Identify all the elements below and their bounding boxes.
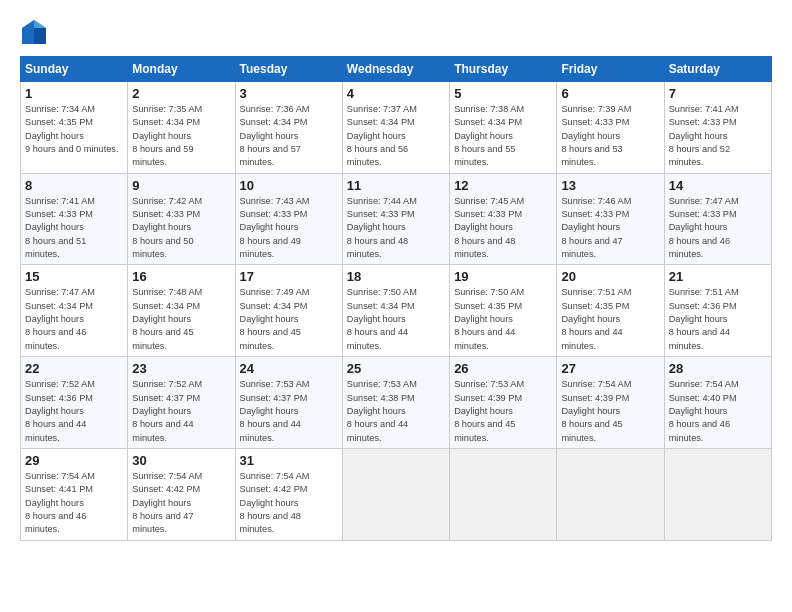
day-number: 8 (25, 178, 123, 193)
day-number: 30 (132, 453, 230, 468)
day-detail: Sunrise: 7:44 AMSunset: 4:33 PMDaylight … (347, 196, 417, 259)
header-cell-saturday: Saturday (664, 57, 771, 82)
day-number: 28 (669, 361, 767, 376)
day-detail: Sunrise: 7:54 AMSunset: 4:40 PMDaylight … (669, 379, 739, 442)
day-cell (450, 448, 557, 540)
day-cell: 6 Sunrise: 7:39 AMSunset: 4:33 PMDayligh… (557, 82, 664, 174)
day-detail: Sunrise: 7:41 AMSunset: 4:33 PMDaylight … (669, 104, 739, 167)
day-detail: Sunrise: 7:39 AMSunset: 4:33 PMDaylight … (561, 104, 631, 167)
day-detail: Sunrise: 7:43 AMSunset: 4:33 PMDaylight … (240, 196, 310, 259)
day-cell: 19 Sunrise: 7:50 AMSunset: 4:35 PMDaylig… (450, 265, 557, 357)
day-cell: 10 Sunrise: 7:43 AMSunset: 4:33 PMDaylig… (235, 173, 342, 265)
calendar-table: SundayMondayTuesdayWednesdayThursdayFrid… (20, 56, 772, 541)
day-detail: Sunrise: 7:38 AMSunset: 4:34 PMDaylight … (454, 104, 524, 167)
day-cell: 23 Sunrise: 7:52 AMSunset: 4:37 PMDaylig… (128, 357, 235, 449)
day-cell: 4 Sunrise: 7:37 AMSunset: 4:34 PMDayligh… (342, 82, 449, 174)
day-number: 21 (669, 269, 767, 284)
day-detail: Sunrise: 7:50 AMSunset: 4:34 PMDaylight … (347, 287, 417, 350)
week-row-2: 8 Sunrise: 7:41 AMSunset: 4:33 PMDayligh… (21, 173, 772, 265)
day-cell: 7 Sunrise: 7:41 AMSunset: 4:33 PMDayligh… (664, 82, 771, 174)
day-cell: 31 Sunrise: 7:54 AMSunset: 4:42 PMDaylig… (235, 448, 342, 540)
day-number: 14 (669, 178, 767, 193)
day-number: 20 (561, 269, 659, 284)
day-number: 29 (25, 453, 123, 468)
day-cell: 13 Sunrise: 7:46 AMSunset: 4:33 PMDaylig… (557, 173, 664, 265)
day-number: 27 (561, 361, 659, 376)
day-detail: Sunrise: 7:37 AMSunset: 4:34 PMDaylight … (347, 104, 417, 167)
day-number: 25 (347, 361, 445, 376)
day-detail: Sunrise: 7:41 AMSunset: 4:33 PMDaylight … (25, 196, 95, 259)
day-cell (664, 448, 771, 540)
day-cell: 14 Sunrise: 7:47 AMSunset: 4:33 PMDaylig… (664, 173, 771, 265)
day-detail: Sunrise: 7:51 AMSunset: 4:36 PMDaylight … (669, 287, 739, 350)
day-cell: 9 Sunrise: 7:42 AMSunset: 4:33 PMDayligh… (128, 173, 235, 265)
day-detail: Sunrise: 7:35 AMSunset: 4:34 PMDaylight … (132, 104, 202, 167)
day-number: 12 (454, 178, 552, 193)
day-detail: Sunrise: 7:54 AMSunset: 4:42 PMDaylight … (132, 471, 202, 534)
day-number: 9 (132, 178, 230, 193)
day-detail: Sunrise: 7:53 AMSunset: 4:37 PMDaylight … (240, 379, 310, 442)
header-row: SundayMondayTuesdayWednesdayThursdayFrid… (21, 57, 772, 82)
day-number: 3 (240, 86, 338, 101)
header-cell-thursday: Thursday (450, 57, 557, 82)
day-detail: Sunrise: 7:45 AMSunset: 4:33 PMDaylight … (454, 196, 524, 259)
day-cell: 29 Sunrise: 7:54 AMSunset: 4:41 PMDaylig… (21, 448, 128, 540)
day-detail: Sunrise: 7:46 AMSunset: 4:33 PMDaylight … (561, 196, 631, 259)
day-cell: 28 Sunrise: 7:54 AMSunset: 4:40 PMDaylig… (664, 357, 771, 449)
day-number: 7 (669, 86, 767, 101)
day-cell: 22 Sunrise: 7:52 AMSunset: 4:36 PMDaylig… (21, 357, 128, 449)
day-number: 2 (132, 86, 230, 101)
day-number: 1 (25, 86, 123, 101)
header-cell-monday: Monday (128, 57, 235, 82)
day-number: 15 (25, 269, 123, 284)
day-detail: Sunrise: 7:36 AMSunset: 4:34 PMDaylight … (240, 104, 310, 167)
day-cell: 8 Sunrise: 7:41 AMSunset: 4:33 PMDayligh… (21, 173, 128, 265)
day-cell: 21 Sunrise: 7:51 AMSunset: 4:36 PMDaylig… (664, 265, 771, 357)
header-cell-wednesday: Wednesday (342, 57, 449, 82)
day-detail: Sunrise: 7:52 AMSunset: 4:36 PMDaylight … (25, 379, 95, 442)
week-row-3: 15 Sunrise: 7:47 AMSunset: 4:34 PMDaylig… (21, 265, 772, 357)
day-number: 6 (561, 86, 659, 101)
day-number: 5 (454, 86, 552, 101)
day-detail: Sunrise: 7:34 AMSunset: 4:35 PMDaylight … (25, 104, 118, 154)
day-cell: 18 Sunrise: 7:50 AMSunset: 4:34 PMDaylig… (342, 265, 449, 357)
header-cell-tuesday: Tuesday (235, 57, 342, 82)
day-detail: Sunrise: 7:49 AMSunset: 4:34 PMDaylight … (240, 287, 310, 350)
week-row-1: 1 Sunrise: 7:34 AMSunset: 4:35 PMDayligh… (21, 82, 772, 174)
header (20, 18, 772, 46)
logo (20, 18, 52, 46)
day-cell: 17 Sunrise: 7:49 AMSunset: 4:34 PMDaylig… (235, 265, 342, 357)
day-detail: Sunrise: 7:51 AMSunset: 4:35 PMDaylight … (561, 287, 631, 350)
day-number: 4 (347, 86, 445, 101)
day-number: 26 (454, 361, 552, 376)
week-row-5: 29 Sunrise: 7:54 AMSunset: 4:41 PMDaylig… (21, 448, 772, 540)
day-detail: Sunrise: 7:54 AMSunset: 4:41 PMDaylight … (25, 471, 95, 534)
day-detail: Sunrise: 7:54 AMSunset: 4:42 PMDaylight … (240, 471, 310, 534)
day-number: 10 (240, 178, 338, 193)
day-detail: Sunrise: 7:42 AMSunset: 4:33 PMDaylight … (132, 196, 202, 259)
day-cell: 3 Sunrise: 7:36 AMSunset: 4:34 PMDayligh… (235, 82, 342, 174)
page: SundayMondayTuesdayWednesdayThursdayFrid… (0, 0, 792, 553)
day-detail: Sunrise: 7:53 AMSunset: 4:38 PMDaylight … (347, 379, 417, 442)
day-number: 19 (454, 269, 552, 284)
day-cell: 27 Sunrise: 7:54 AMSunset: 4:39 PMDaylig… (557, 357, 664, 449)
day-cell: 16 Sunrise: 7:48 AMSunset: 4:34 PMDaylig… (128, 265, 235, 357)
day-detail: Sunrise: 7:47 AMSunset: 4:33 PMDaylight … (669, 196, 739, 259)
day-cell: 30 Sunrise: 7:54 AMSunset: 4:42 PMDaylig… (128, 448, 235, 540)
day-cell: 1 Sunrise: 7:34 AMSunset: 4:35 PMDayligh… (21, 82, 128, 174)
day-cell: 2 Sunrise: 7:35 AMSunset: 4:34 PMDayligh… (128, 82, 235, 174)
day-number: 24 (240, 361, 338, 376)
day-number: 31 (240, 453, 338, 468)
day-cell: 20 Sunrise: 7:51 AMSunset: 4:35 PMDaylig… (557, 265, 664, 357)
day-detail: Sunrise: 7:48 AMSunset: 4:34 PMDaylight … (132, 287, 202, 350)
svg-marker-3 (22, 28, 34, 44)
logo-icon (20, 18, 48, 46)
svg-marker-1 (34, 20, 46, 28)
day-cell: 12 Sunrise: 7:45 AMSunset: 4:33 PMDaylig… (450, 173, 557, 265)
day-detail: Sunrise: 7:54 AMSunset: 4:39 PMDaylight … (561, 379, 631, 442)
day-cell (342, 448, 449, 540)
day-number: 22 (25, 361, 123, 376)
day-cell: 11 Sunrise: 7:44 AMSunset: 4:33 PMDaylig… (342, 173, 449, 265)
day-detail: Sunrise: 7:47 AMSunset: 4:34 PMDaylight … (25, 287, 95, 350)
day-number: 18 (347, 269, 445, 284)
